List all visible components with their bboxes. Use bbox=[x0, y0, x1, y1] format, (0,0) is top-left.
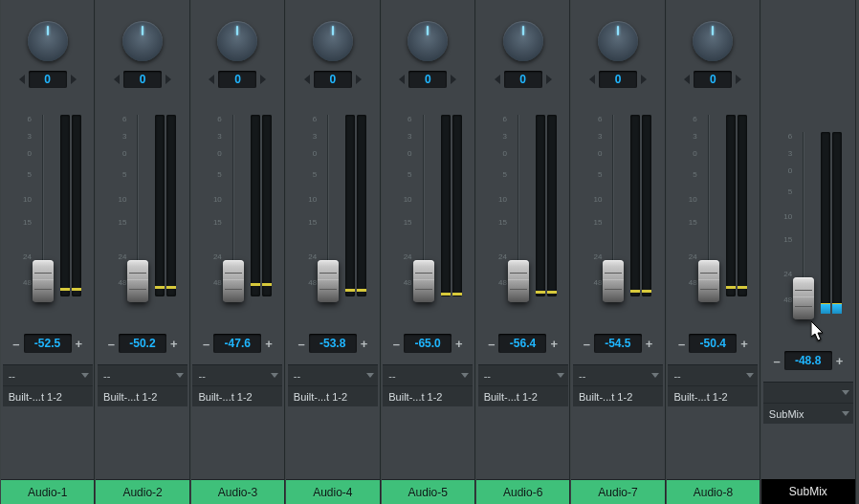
volume-value[interactable]: -50.2 bbox=[119, 334, 166, 353]
volume-increment[interactable]: + bbox=[455, 337, 463, 351]
output-dropdown[interactable]: Built-...t 1-2 bbox=[3, 385, 93, 406]
group-dropdown[interactable]: -- bbox=[478, 364, 568, 385]
pan-value[interactable]: 0 bbox=[218, 71, 256, 88]
pan-left-arrow-icon[interactable] bbox=[495, 75, 500, 84]
fader-cap[interactable] bbox=[223, 260, 244, 302]
pan-knob[interactable] bbox=[122, 21, 163, 61]
volume-increment[interactable]: + bbox=[550, 337, 558, 351]
fader-cap[interactable] bbox=[413, 260, 434, 302]
pan-value-row: 0 bbox=[589, 71, 647, 88]
output-dropdown[interactable]: Built-...t 1-2 bbox=[668, 385, 758, 406]
group-dropdown-label: -- bbox=[294, 370, 300, 382]
pan-left-arrow-icon[interactable] bbox=[19, 75, 25, 84]
volume-decrement[interactable]: – bbox=[678, 337, 685, 351]
pan-value[interactable]: 0 bbox=[314, 71, 352, 88]
volume-decrement[interactable]: – bbox=[773, 354, 780, 368]
pan-knob[interactable] bbox=[598, 21, 638, 61]
pan-right-arrow-icon[interactable] bbox=[451, 75, 456, 84]
pan-right-arrow-icon[interactable] bbox=[356, 75, 362, 84]
volume-increment[interactable]: + bbox=[740, 337, 748, 351]
pan-right-arrow-icon[interactable] bbox=[165, 75, 171, 84]
track-name[interactable]: Audio-5 bbox=[382, 479, 474, 504]
pan-right-arrow-icon[interactable] bbox=[71, 75, 77, 84]
output-dropdown[interactable]: Built-...t 1-2 bbox=[98, 385, 187, 406]
pan-right-arrow-icon[interactable] bbox=[641, 75, 647, 84]
volume-increment[interactable]: + bbox=[170, 337, 178, 351]
pan-right-arrow-icon[interactable] bbox=[736, 75, 741, 84]
pan-knob[interactable] bbox=[28, 21, 68, 61]
volume-decrement[interactable]: – bbox=[393, 337, 400, 351]
pan-value[interactable]: 0 bbox=[504, 71, 542, 88]
pan-value[interactable]: 0 bbox=[29, 71, 67, 88]
volume-value[interactable]: -47.6 bbox=[213, 334, 261, 353]
fader-cap[interactable] bbox=[698, 260, 719, 302]
pan-right-arrow-icon[interactable] bbox=[260, 75, 266, 84]
volume-decrement[interactable]: – bbox=[297, 337, 304, 351]
volume-increment[interactable]: + bbox=[836, 354, 844, 368]
pan-value[interactable]: 0 bbox=[694, 71, 732, 88]
output-dropdown[interactable]: Built-...t 1-2 bbox=[573, 385, 663, 406]
fader-cap[interactable] bbox=[127, 260, 148, 302]
track-name[interactable]: Audio-1 bbox=[1, 479, 94, 504]
volume-decrement[interactable]: – bbox=[203, 337, 209, 351]
pan-knob[interactable] bbox=[407, 21, 448, 61]
pan-value[interactable]: 0 bbox=[599, 71, 637, 88]
pan-left-arrow-icon[interactable] bbox=[684, 75, 690, 84]
pan-knob[interactable] bbox=[313, 21, 353, 61]
output-dropdown[interactable]: Built-...t 1-2 bbox=[192, 385, 282, 406]
pan-knob[interactable] bbox=[693, 21, 733, 61]
fader-cap[interactable] bbox=[508, 260, 529, 302]
track-name[interactable]: Audio-8 bbox=[667, 479, 760, 504]
output-dropdown[interactable]: Built-...t 1-2 bbox=[478, 385, 568, 406]
pan-left-arrow-icon[interactable] bbox=[114, 75, 120, 84]
pan-section: 0 bbox=[684, 21, 741, 88]
pan-value[interactable]: 0 bbox=[408, 71, 447, 88]
group-dropdown[interactable]: -- bbox=[192, 364, 282, 385]
volume-value[interactable]: -54.5 bbox=[594, 334, 642, 353]
pan-right-arrow-icon[interactable] bbox=[546, 75, 552, 84]
volume-decrement[interactable]: – bbox=[108, 337, 115, 351]
track-name[interactable]: Audio-2 bbox=[96, 479, 188, 504]
group-dropdown[interactable]: -- bbox=[98, 364, 187, 385]
group-dropdown[interactable]: -- bbox=[3, 364, 93, 385]
group-dropdown[interactable]: -- bbox=[573, 364, 663, 385]
track-name[interactable]: Audio-7 bbox=[571, 479, 664, 504]
fader-cap[interactable] bbox=[793, 277, 814, 319]
volume-increment[interactable]: + bbox=[646, 337, 653, 351]
volume-value[interactable]: -48.8 bbox=[784, 351, 832, 370]
volume-decrement[interactable]: – bbox=[12, 337, 19, 351]
output-dropdown[interactable]: Built-...t 1-2 bbox=[288, 385, 378, 406]
group-dropdown[interactable]: -- bbox=[668, 364, 758, 385]
pan-left-arrow-icon[interactable] bbox=[209, 75, 214, 84]
pan-value[interactable]: 0 bbox=[123, 71, 162, 88]
volume-increment[interactable]: + bbox=[76, 337, 83, 351]
volume-value[interactable]: -65.0 bbox=[404, 334, 452, 353]
pan-knob[interactable] bbox=[217, 21, 257, 61]
pan-left-arrow-icon[interactable] bbox=[589, 75, 595, 84]
volume-value[interactable]: -50.4 bbox=[689, 334, 737, 353]
pan-knob[interactable] bbox=[503, 21, 543, 61]
group-dropdown[interactable]: -- bbox=[383, 364, 473, 385]
fader-meter-area: 630510152448 bbox=[96, 111, 188, 326]
output-dropdown-label: Built-...t 1-2 bbox=[484, 391, 538, 403]
group-dropdown[interactable] bbox=[763, 382, 853, 403]
track-name[interactable]: SubMix bbox=[761, 479, 854, 504]
pan-left-arrow-icon[interactable] bbox=[399, 75, 405, 84]
track-name[interactable]: Audio-4 bbox=[286, 479, 379, 504]
fader-cap[interactable] bbox=[603, 260, 624, 302]
volume-value[interactable]: -52.5 bbox=[24, 334, 72, 353]
output-dropdown[interactable]: Built-...t 1-2 bbox=[383, 385, 473, 406]
volume-value[interactable]: -53.8 bbox=[309, 334, 357, 353]
pan-left-arrow-icon[interactable] bbox=[304, 75, 310, 84]
volume-value[interactable]: -56.4 bbox=[498, 334, 546, 353]
group-dropdown[interactable]: -- bbox=[288, 364, 378, 385]
track-name[interactable]: Audio-3 bbox=[191, 479, 284, 504]
fader-cap[interactable] bbox=[33, 260, 54, 302]
output-dropdown[interactable]: SubMix bbox=[763, 403, 853, 424]
volume-increment[interactable]: + bbox=[361, 337, 368, 351]
fader-cap[interactable] bbox=[318, 260, 339, 302]
volume-decrement[interactable]: – bbox=[488, 337, 495, 351]
track-name[interactable]: Audio-6 bbox=[476, 479, 569, 504]
volume-decrement[interactable]: – bbox=[584, 337, 590, 351]
volume-increment[interactable]: + bbox=[265, 337, 273, 351]
